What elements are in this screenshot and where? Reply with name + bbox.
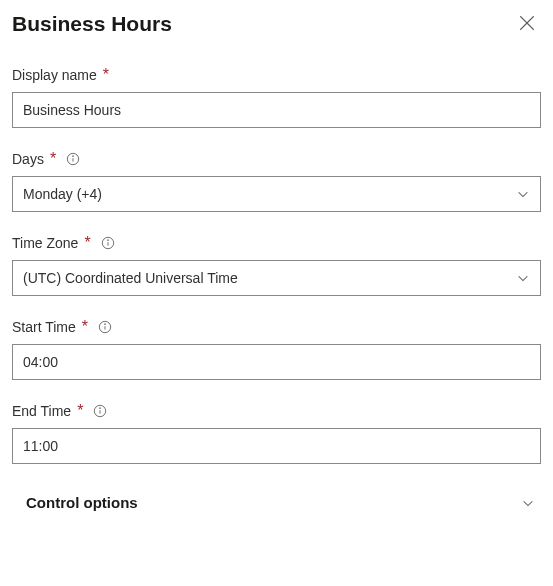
start-time-label-row: Start Time *	[12, 318, 541, 336]
days-select[interactable]: Monday (+4)	[12, 176, 541, 212]
days-field: Days * Monday (+4)	[12, 150, 541, 212]
chevron-down-icon	[516, 187, 530, 201]
display-name-input[interactable]	[12, 92, 541, 128]
end-time-label-row: End Time *	[12, 402, 541, 420]
close-button[interactable]	[513, 10, 541, 38]
chevron-down-icon	[516, 271, 530, 285]
time-zone-label: Time Zone	[12, 235, 78, 251]
days-label-row: Days *	[12, 150, 541, 168]
days-label: Days	[12, 151, 44, 167]
time-zone-label-row: Time Zone *	[12, 234, 541, 252]
time-zone-value: (UTC) Coordinated Universal Time	[23, 270, 516, 286]
time-zone-select[interactable]: (UTC) Coordinated Universal Time	[12, 260, 541, 296]
control-options-toggle[interactable]: Control options	[12, 486, 541, 513]
svg-point-4	[73, 156, 74, 157]
business-hours-panel: Business Hours Display name * Days *	[0, 0, 553, 525]
required-asterisk: *	[82, 318, 88, 336]
panel-header: Business Hours	[12, 10, 541, 38]
display-name-field: Display name *	[12, 66, 541, 128]
svg-point-10	[105, 324, 106, 325]
start-time-label: Start Time	[12, 319, 76, 335]
end-time-field: End Time *	[12, 402, 541, 464]
info-icon[interactable]	[66, 152, 80, 166]
chevron-down-icon	[521, 496, 535, 510]
display-name-label-row: Display name *	[12, 66, 541, 84]
required-asterisk: *	[50, 150, 56, 168]
days-value: Monday (+4)	[23, 186, 516, 202]
svg-point-7	[107, 240, 108, 241]
close-icon	[518, 14, 536, 35]
display-name-label: Display name	[12, 67, 97, 83]
svg-point-13	[100, 408, 101, 409]
time-zone-field: Time Zone * (UTC) Coordinated Universal …	[12, 234, 541, 296]
end-time-label: End Time	[12, 403, 71, 419]
start-time-input[interactable]	[12, 344, 541, 380]
required-asterisk: *	[103, 66, 109, 84]
end-time-input[interactable]	[12, 428, 541, 464]
info-icon[interactable]	[93, 404, 107, 418]
control-options-label: Control options	[26, 494, 138, 511]
panel-title: Business Hours	[12, 12, 172, 36]
required-asterisk: *	[77, 402, 83, 420]
info-icon[interactable]	[98, 320, 112, 334]
required-asterisk: *	[84, 234, 90, 252]
info-icon[interactable]	[101, 236, 115, 250]
start-time-field: Start Time *	[12, 318, 541, 380]
